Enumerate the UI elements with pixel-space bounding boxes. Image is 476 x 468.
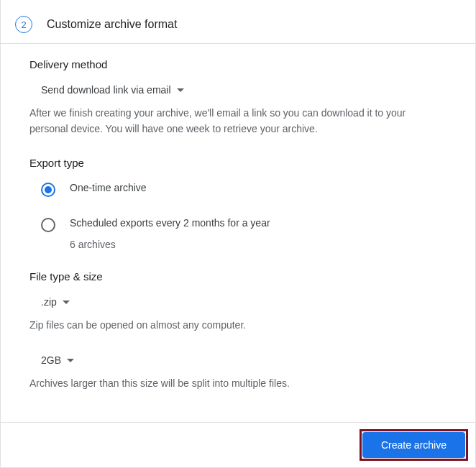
- form-content: Delivery method Send download link via e…: [1, 44, 475, 419]
- file-type-dropdown[interactable]: .zip: [29, 296, 70, 308]
- export-option-scheduled-sub: 6 archives: [70, 239, 270, 250]
- export-option-scheduled-label: Scheduled exports every 2 months for a y…: [70, 217, 270, 229]
- export-option-onetime-label: One-time archive: [70, 182, 147, 193]
- file-size-dropdown[interactable]: 2GB: [29, 354, 74, 366]
- delivery-method-label: Delivery method: [29, 58, 447, 70]
- file-type-help: Zip files can be opened on almost any co…: [29, 318, 447, 334]
- step-title: Customize archive format: [47, 18, 177, 31]
- radio-selected-icon: [41, 183, 55, 197]
- export-option-scheduled[interactable]: Scheduled exports every 2 months for a y…: [29, 217, 447, 250]
- radio-unselected-icon: [41, 218, 55, 232]
- export-type-label: Export type: [29, 157, 447, 169]
- delivery-method-value: Send download link via email: [41, 84, 171, 96]
- step-number-badge: 2: [15, 16, 32, 33]
- caret-down-icon: [63, 300, 70, 304]
- step-header[interactable]: 2 Customize archive format: [1, 7, 475, 44]
- file-type-value: .zip: [41, 296, 57, 308]
- delivery-method-dropdown[interactable]: Send download link via email: [29, 84, 184, 96]
- file-type-size-label: File type & size: [29, 270, 447, 283]
- delivery-method-help: After we finish creating your archive, w…: [29, 106, 447, 137]
- create-archive-button[interactable]: Create archive: [362, 432, 465, 458]
- footer-actions: Create archive: [1, 422, 475, 467]
- caret-down-icon: [177, 88, 184, 92]
- file-size-value: 2GB: [41, 354, 61, 366]
- export-option-onetime[interactable]: One-time archive: [29, 182, 447, 197]
- file-size-help: Archives larger than this size will be s…: [29, 376, 447, 392]
- caret-down-icon: [67, 359, 74, 362]
- create-archive-highlight: Create archive: [360, 429, 468, 461]
- previous-step-hint: [1, 0, 475, 7]
